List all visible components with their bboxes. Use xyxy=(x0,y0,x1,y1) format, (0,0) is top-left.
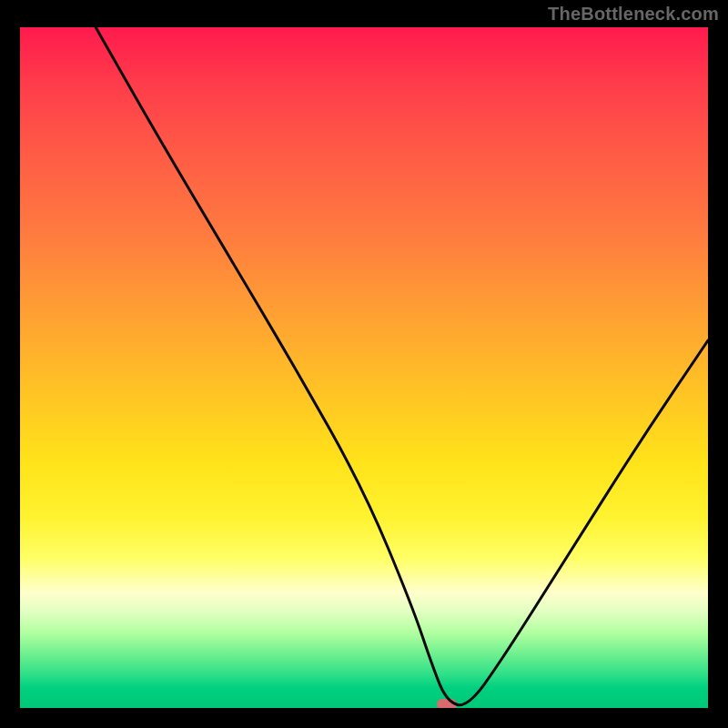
watermark-text: TheBottleneck.com xyxy=(548,4,719,25)
chart-frame: TheBottleneck.com xyxy=(0,0,728,728)
plot-area xyxy=(20,27,708,708)
bottleneck-curve xyxy=(20,27,708,708)
curve-path xyxy=(96,27,708,705)
